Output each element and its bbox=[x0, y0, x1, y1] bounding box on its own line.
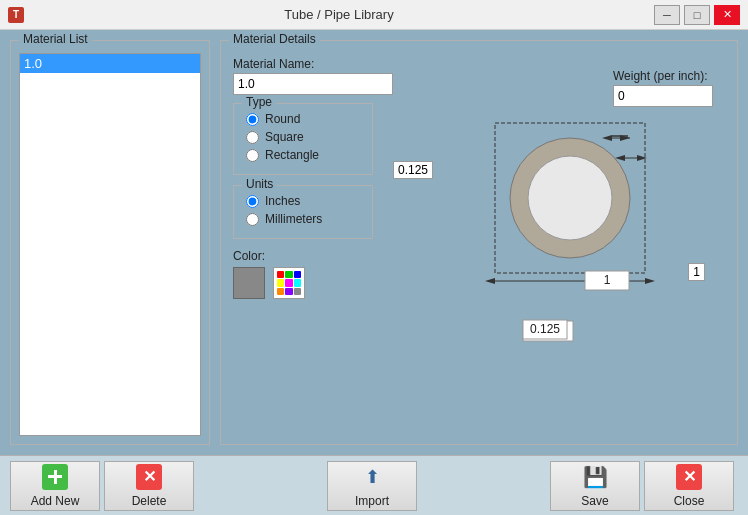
color-palette-button[interactable] bbox=[273, 267, 305, 299]
material-list-panel: Material List 1.0 bbox=[10, 40, 210, 445]
mm-label: Millimeters bbox=[265, 212, 322, 226]
units-group-label: Units bbox=[242, 177, 277, 191]
wall-thickness-input[interactable]: 0.125 bbox=[393, 161, 433, 179]
diagram-area: 0.125 1 bbox=[385, 103, 725, 303]
color-label: Color: bbox=[233, 249, 373, 263]
save-icon: 💾 bbox=[582, 464, 608, 490]
radio-square[interactable]: Square bbox=[246, 130, 360, 144]
panels: Material List 1.0 Material Details Mater… bbox=[10, 40, 738, 445]
import-button[interactable]: ⬆ Import bbox=[327, 461, 417, 511]
weight-section: Weight (per inch): bbox=[613, 69, 713, 107]
close-icon: ✕ bbox=[676, 464, 702, 490]
title-bar: T Tube / Pipe Library ─ □ ✕ bbox=[0, 0, 748, 30]
add-new-button[interactable]: Add New bbox=[10, 461, 100, 511]
tube-diagram: 0.125 1 bbox=[455, 103, 655, 303]
window-controls: ─ □ ✕ bbox=[654, 5, 740, 25]
list-item[interactable]: 1.0 bbox=[20, 54, 200, 73]
window-close-button[interactable]: ✕ bbox=[714, 5, 740, 25]
radio-mm[interactable]: Millimeters bbox=[246, 212, 360, 226]
outer-diameter-input[interactable]: 1 bbox=[688, 263, 705, 281]
bottom-toolbar: Add New ✕ Delete ⬆ Import 💾 Save ✕ Close bbox=[0, 455, 748, 515]
window-title: Tube / Pipe Library bbox=[24, 7, 654, 22]
color-section: Color: bbox=[233, 249, 373, 299]
close-button[interactable]: ✕ Close bbox=[644, 461, 734, 511]
import-icon: ⬆ bbox=[359, 464, 385, 490]
delete-button[interactable]: ✕ Delete bbox=[104, 461, 194, 511]
type-group-label: Type bbox=[242, 95, 276, 109]
svg-text:1: 1 bbox=[604, 273, 611, 287]
svg-marker-10 bbox=[485, 278, 495, 284]
minimize-button[interactable]: ─ bbox=[654, 5, 680, 25]
radio-round[interactable]: Round bbox=[246, 112, 360, 126]
material-details-panel: Material Details Material Name: Weight (… bbox=[220, 40, 738, 445]
restore-button[interactable]: □ bbox=[684, 5, 710, 25]
plus-cross-icon bbox=[48, 470, 62, 484]
main-content: Material List 1.0 Material Details Mater… bbox=[0, 30, 748, 455]
color-swatch[interactable] bbox=[233, 267, 265, 299]
radio-inches[interactable]: Inches bbox=[246, 194, 360, 208]
material-listbox[interactable]: 1.0 bbox=[19, 53, 201, 436]
inches-label: Inches bbox=[265, 194, 300, 208]
weight-label: Weight (per inch): bbox=[613, 69, 713, 83]
svg-marker-11 bbox=[645, 278, 655, 284]
material-details-label: Material Details bbox=[229, 32, 320, 46]
type-group: Type Round Square Rectangl bbox=[233, 103, 373, 175]
svg-text:0.125: 0.125 bbox=[530, 322, 560, 336]
color-controls bbox=[233, 267, 373, 299]
radio-rectangle[interactable]: Rectangle bbox=[246, 148, 360, 162]
rectangle-label: Rectangle bbox=[265, 148, 319, 162]
material-name-input[interactable] bbox=[233, 73, 393, 95]
app-icon: T bbox=[8, 7, 24, 23]
units-group: Units Inches Millimeters bbox=[233, 185, 373, 239]
material-list-label: Material List bbox=[19, 32, 92, 46]
add-icon bbox=[42, 464, 68, 490]
svg-marker-5 bbox=[602, 135, 612, 141]
delete-icon: ✕ bbox=[136, 464, 162, 490]
round-label: Round bbox=[265, 112, 300, 126]
svg-point-2 bbox=[528, 156, 612, 240]
square-label: Square bbox=[265, 130, 304, 144]
save-button[interactable]: 💾 Save bbox=[550, 461, 640, 511]
